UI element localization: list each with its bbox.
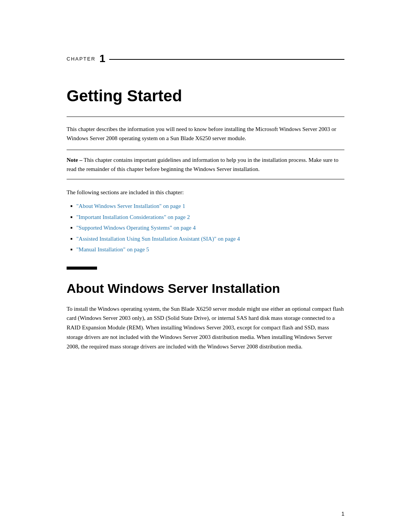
chapter-header: CHAPTER 1: [67, 53, 344, 64]
content-area: CHAPTER 1 Getting Started This chapter d…: [0, 0, 411, 388]
toc-list: "About Windows Server Installation" on p…: [70, 201, 344, 255]
sections-intro: The following sections are included in t…: [67, 188, 344, 197]
note-text: Note – This chapter contains important g…: [67, 155, 344, 174]
note-body: This chapter contains important guidelin…: [67, 157, 338, 172]
chapter-label: CHAPTER: [67, 56, 96, 62]
toc-item: "Supported Windows Operating Systems" on…: [70, 222, 344, 233]
toc-link[interactable]: "Manual Installation" on page 5: [76, 244, 149, 255]
toc-link[interactable]: "About Windows Server Installation" on p…: [76, 201, 185, 212]
section-divider: [67, 267, 97, 270]
chapter-number: 1: [99, 53, 105, 64]
main-title: Getting Started: [67, 87, 344, 105]
chapter-underline: [109, 59, 344, 60]
section1-title: About Windows Server Installation: [67, 281, 344, 296]
toc-item: "Manual Installation" on page 5: [70, 244, 344, 255]
toc-link[interactable]: "Important Installation Considerations" …: [76, 212, 190, 223]
toc-link[interactable]: "Supported Windows Operating Systems" on…: [76, 222, 196, 233]
toc-item: "About Windows Server Installation" on p…: [70, 201, 344, 212]
section1-body: To install the Windows operating system,…: [67, 304, 344, 351]
intro-paragraph: This chapter describes the information y…: [67, 125, 344, 143]
page-number: 1: [341, 511, 344, 517]
toc-link[interactable]: "Assisted Installation Using Sun Install…: [76, 233, 240, 244]
toc-item: "Assisted Installation Using Sun Install…: [70, 233, 344, 244]
note-label: Note –: [67, 157, 82, 163]
title-divider: [67, 117, 344, 117]
page: CHAPTER 1 Getting Started This chapter d…: [0, 0, 411, 532]
toc-item: "Important Installation Considerations" …: [70, 212, 344, 223]
note-box: Note – This chapter contains important g…: [67, 150, 344, 179]
